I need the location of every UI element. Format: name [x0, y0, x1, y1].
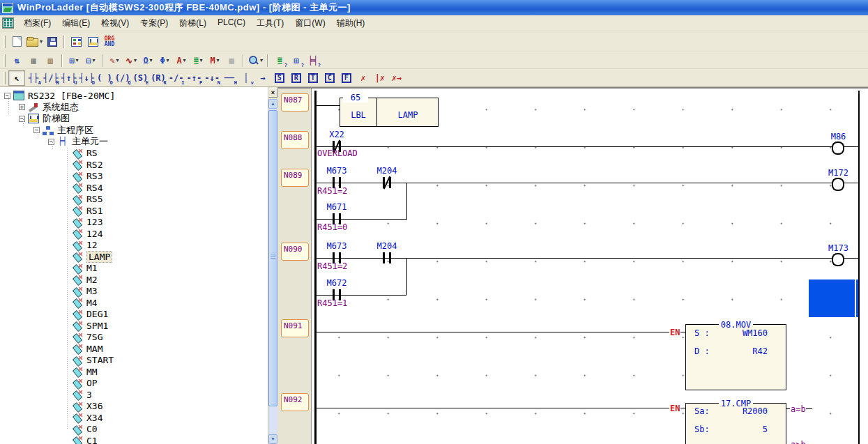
- horizontal-short-button[interactable]: ──H: [221, 70, 238, 86]
- fn-f-button[interactable]: F: [338, 70, 355, 86]
- coil-reset-button[interactable]: (R)R: [149, 70, 167, 86]
- tree-item-c0[interactable]: C0: [0, 424, 268, 436]
- new-file-button[interactable]: [8, 34, 25, 49]
- data-table-button[interactable]: ▦: [223, 53, 240, 68]
- tree-item-12[interactable]: 12: [0, 240, 268, 252]
- tree-item-3[interactable]: 3: [0, 389, 268, 401]
- edit-element-button[interactable]: ✎▾: [106, 53, 123, 68]
- contact-down-button[interactable]: ┤↓├D: [77, 70, 96, 86]
- network-label-n088[interactable]: N088: [281, 131, 309, 149]
- io-transfer-button[interactable]: ⇅: [8, 53, 25, 68]
- tree-item-deg1[interactable]: DEG1: [0, 309, 268, 321]
- invert-button[interactable]: -/-I: [167, 70, 185, 86]
- tree-item-rs1[interactable]: RS1: [0, 205, 268, 217]
- select-cursor-button[interactable]: ↖: [8, 70, 25, 86]
- menu-item-档案f[interactable]: 档案(F): [18, 15, 56, 31]
- contact-no-button[interactable]: ┤├A: [25, 70, 42, 86]
- fn-r-button[interactable]: R: [288, 70, 305, 86]
- tree-item-rs3[interactable]: RS3: [0, 171, 268, 183]
- monitor-a-button[interactable]: A▾: [173, 53, 190, 68]
- status-list-button[interactable]: ≣▾: [190, 53, 206, 68]
- project-window-button[interactable]: [68, 34, 84, 49]
- expander-minus-icon[interactable]: −: [33, 127, 40, 133]
- rising-edge-button[interactable]: -↑-P: [185, 70, 204, 86]
- dropdown-arrow-icon[interactable]: ▾: [150, 57, 153, 63]
- expander-minus-icon[interactable]: −: [19, 116, 25, 122]
- dropdown-arrow-icon[interactable]: ▾: [260, 57, 263, 63]
- tree-item-spm1[interactable]: SPM1: [0, 320, 268, 332]
- tree-item-m4[interactable]: M4: [0, 297, 268, 309]
- tree-item-x34[interactable]: X34: [0, 412, 268, 424]
- tree-item-mm[interactable]: MM: [0, 366, 268, 378]
- delete-column-button[interactable]: |✗: [372, 70, 388, 86]
- tree-item-m3[interactable]: M3: [0, 286, 268, 298]
- monitor-m-button[interactable]: M▾: [206, 53, 223, 68]
- tree-item-m2[interactable]: M2: [0, 274, 268, 286]
- dropdown-arrow-icon[interactable]: ▾: [167, 57, 169, 63]
- fn-t-button[interactable]: T: [305, 70, 321, 86]
- zoom-button[interactable]: ▾: [247, 53, 264, 68]
- expander-plus-icon[interactable]: +: [19, 104, 25, 110]
- tree-item-124[interactable]: 124: [0, 228, 268, 240]
- dropdown-arrow-icon[interactable]: ▾: [116, 57, 119, 63]
- coil-not-button[interactable]: (/)Q: [114, 70, 132, 86]
- open-file-button[interactable]: ▾: [25, 34, 44, 49]
- save-button[interactable]: [44, 34, 61, 49]
- register-table-button[interactable]: ▥: [42, 53, 59, 68]
- monitor-device-button[interactable]: Φ▾: [156, 53, 173, 68]
- menu-item-编辑e[interactable]: 编辑(E): [56, 15, 96, 31]
- tree-item-m1[interactable]: M1: [0, 263, 268, 275]
- network-label-n090[interactable]: N090: [281, 243, 309, 261]
- tree-item-c1[interactable]: C1: [0, 435, 268, 444]
- document-window-icon[interactable]: [2, 17, 14, 29]
- contact-m204[interactable]: [376, 252, 397, 263]
- contact-m204-nc[interactable]: [376, 177, 397, 188]
- menu-item-plcc[interactable]: PLC(C): [212, 15, 251, 31]
- contact-up-button[interactable]: ┤↑├U: [60, 70, 78, 86]
- menu-item-检视v[interactable]: 检视(V): [96, 15, 135, 31]
- coil-out-button[interactable]: ( )O: [96, 70, 114, 86]
- monitor-x-button[interactable]: Ω▾: [139, 53, 156, 68]
- coil-m172[interactable]: [832, 178, 844, 188]
- tree-item-主单元一[interactable]: −主单元一: [0, 136, 268, 148]
- menu-item-工具t[interactable]: 工具(T): [251, 15, 289, 31]
- ladder-canvas[interactable]: [312, 89, 868, 444]
- ladder-status-button[interactable]: ⊞?: [288, 53, 305, 68]
- tree-item-op[interactable]: OP: [0, 378, 268, 390]
- tree-item-rs[interactable]: RS: [0, 148, 268, 160]
- tree-item-7sg[interactable]: 7SG: [0, 332, 268, 344]
- close-tree-panel-button[interactable]: ×: [268, 89, 277, 98]
- coil-m173[interactable]: [832, 253, 844, 263]
- toolbar-grip[interactable]: [3, 54, 6, 67]
- horizontal-line-button[interactable]: →: [254, 70, 271, 86]
- expander-minus-icon[interactable]: −: [4, 93, 10, 99]
- cmp-block[interactable]: 17.CMP Sa: R2000 Sb: 5: [685, 403, 786, 444]
- vertical-line-button[interactable]: │v: [238, 70, 254, 86]
- menu-item-窗口w[interactable]: 窗口(W): [289, 15, 330, 31]
- tree-item-rs232-fbe-20mc-[interactable]: −RS232 [FBe-20MC]: [0, 90, 268, 102]
- dropdown-arrow-icon[interactable]: ▾: [76, 57, 79, 63]
- ladder-window-button[interactable]: [84, 34, 101, 49]
- coil-set-button[interactable]: (S)E: [131, 70, 149, 86]
- io-status-button[interactable]: ≣?: [271, 53, 288, 68]
- menu-item-辅助h[interactable]: 辅助(H): [331, 15, 371, 31]
- tree-item-阶梯图[interactable]: −阶梯图: [0, 113, 268, 125]
- monitor-waveform-button[interactable]: ∿▾: [123, 53, 139, 68]
- menu-item-阶梯l[interactable]: 阶梯(L): [174, 15, 212, 31]
- tree-item-123[interactable]: 123: [0, 217, 268, 229]
- fn-s-button[interactable]: S: [271, 70, 288, 86]
- dropdown-arrow-icon[interactable]: ▾: [40, 38, 43, 45]
- delete-element-button[interactable]: ✗: [355, 70, 372, 86]
- toolbar-grip[interactable]: [3, 36, 6, 48]
- scroll-up-button[interactable]: ▲: [268, 99, 277, 109]
- contact-status-button[interactable]: ╞╡?: [305, 53, 321, 68]
- tree-item-系统组态[interactable]: +系统组态: [0, 102, 268, 114]
- dropdown-arrow-icon[interactable]: ▾: [134, 57, 137, 63]
- coil-m86[interactable]: [832, 141, 844, 152]
- org-and-button[interactable]: ORGAND: [101, 34, 118, 49]
- tree-item-主程序区[interactable]: −主程序区: [0, 125, 268, 137]
- network-edit-button[interactable]: ⊟▾: [82, 53, 99, 68]
- network-label-n087[interactable]: N087: [281, 93, 309, 112]
- tree-item-rs5[interactable]: RS5: [0, 194, 268, 206]
- tree-item-lamp[interactable]: LAMP: [0, 251, 268, 263]
